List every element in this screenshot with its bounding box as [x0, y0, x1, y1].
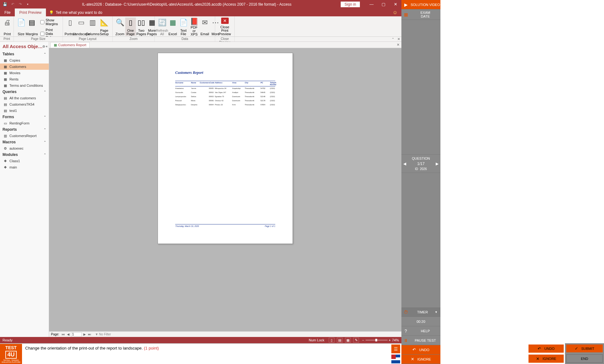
zoom-out-icon[interactable]: −: [362, 338, 364, 342]
columns-icon: ▥: [88, 18, 98, 28]
submit-button[interactable]: ✓SUBMIT: [566, 345, 603, 352]
nav-item[interactable]: ▤CustomersTK54: [0, 101, 49, 108]
zoom-value[interactable]: 74%: [392, 338, 399, 342]
report-title: Customers Report: [175, 70, 275, 75]
columns-button[interactable]: ▥Columns: [87, 18, 98, 36]
nav-item[interactable]: ▥CustomersReport: [0, 133, 49, 139]
zoom-control[interactable]: − + 74%: [362, 338, 399, 342]
chevron-up-icon: ⌃: [44, 141, 46, 144]
ribbon: 🖨Print 📄Size ▤Margins Show Margins Print…: [0, 16, 401, 37]
nav-item[interactable]: ❖Class1: [0, 158, 49, 164]
test4u-logo: TEST 4U TESTING · TRAININGEVALUATION PLA…: [0, 344, 22, 364]
view-print-button[interactable]: ▤: [337, 338, 343, 343]
prev-question-button[interactable]: ◀: [403, 162, 406, 166]
nav-item[interactable]: ▭RentingForm: [0, 120, 49, 126]
nav-group-modules[interactable]: Modules⌃: [0, 152, 49, 158]
feedback-smiley-icon[interactable]: ☺: [393, 10, 398, 15]
nav-item[interactable]: ⚙autoexec: [0, 145, 49, 152]
nav-group-tables[interactable]: Tables⌃: [0, 51, 49, 57]
pause-test-button[interactable]: ⏸ PAUSE TEST: [401, 336, 440, 345]
query-icon: ▤: [3, 96, 8, 100]
page-number-input[interactable]: [71, 332, 82, 337]
last-page-button[interactable]: ⏭: [87, 333, 92, 336]
view-design-button[interactable]: ✎: [353, 338, 359, 343]
ignore-button[interactable]: ✕IGNORE: [528, 355, 564, 363]
undo-arrow-icon: ↶: [412, 347, 416, 352]
numlock-indicator: Num Lock: [309, 338, 325, 342]
signin-button[interactable]: Sign in: [341, 2, 360, 7]
nav-pane-header[interactable]: All Access Obje… ⊙«: [0, 42, 49, 51]
next-page-button[interactable]: ▶: [82, 333, 87, 336]
tab-print-preview[interactable]: Print Preview: [15, 8, 46, 16]
module-icon: ❖: [3, 159, 8, 163]
nav-search-icon[interactable]: ⊙: [42, 45, 45, 48]
undo-button[interactable]: ↶UNDO: [528, 345, 564, 353]
solution-video-button[interactable]: ▶ SOLUTION VIDEO: [401, 0, 440, 9]
nav-group-forms[interactable]: Forms⌃: [0, 114, 49, 120]
qat-dropdown-icon[interactable]: ▾: [25, 2, 30, 7]
zoom-button[interactable]: 🔍Zoom: [115, 18, 125, 36]
nav-item[interactable]: ▦Rents: [0, 76, 49, 82]
nav-item[interactable]: ▦Movies: [0, 70, 49, 76]
doc-tabs-close-button[interactable]: ✕: [396, 37, 401, 41]
calendar-icon: ▦: [401, 12, 410, 17]
preview-canvas[interactable]: Customers Report Surname Name CustomersC…: [49, 48, 401, 331]
page-setup-icon: 📐: [99, 18, 109, 28]
nav-group-macros[interactable]: Macros⌃: [0, 139, 49, 145]
view-report-button[interactable]: ▯: [329, 338, 334, 343]
nav-group-queries[interactable]: Queries⌃: [0, 89, 49, 95]
nav-item[interactable]: ▦Terms and Conditions: [0, 82, 49, 89]
print-button[interactable]: 🖨Print: [2, 18, 13, 36]
nav-item[interactable]: ▦Customers: [0, 63, 49, 70]
document-tab-close-icon[interactable]: ✕: [397, 43, 400, 47]
undo-side-button[interactable]: ↶UNDO: [401, 345, 440, 354]
nav-group-reports[interactable]: Reports⌃: [0, 126, 49, 133]
close-print-preview-button[interactable]: ✕Close Print Preview: [217, 18, 232, 36]
menu-icon[interactable]: ☰: [391, 345, 400, 353]
page-size-icon: 📄: [16, 18, 26, 28]
query-icon: ▤: [3, 102, 8, 107]
first-page-button[interactable]: ⏮: [61, 333, 65, 336]
margins-button[interactable]: ▤Margins: [26, 18, 37, 36]
question-mark-icon: ?: [401, 328, 410, 334]
nav-item[interactable]: ▤All the customers: [0, 95, 49, 101]
nav-item[interactable]: ❖main: [0, 164, 49, 170]
text-file-button[interactable]: 📄Text File: [178, 18, 189, 36]
tab-file[interactable]: File: [0, 8, 15, 16]
save-icon[interactable]: 💾: [3, 2, 8, 7]
email-button[interactable]: ✉Email: [199, 18, 210, 36]
tell-me-search[interactable]: 💡 Tell me what you want to do: [46, 10, 105, 15]
show-margins-checkbox[interactable]: Show Margins: [39, 18, 59, 26]
excel-button[interactable]: ▦Excel: [167, 18, 178, 36]
next-question-button[interactable]: ▶: [436, 162, 439, 166]
restore-button[interactable]: ▢: [378, 0, 389, 8]
view-layout-button[interactable]: ▦: [345, 338, 351, 343]
one-page-icon: ▯: [126, 18, 136, 28]
nav-collapse-icon[interactable]: «: [46, 45, 48, 48]
page-setup-button[interactable]: 📐Page Setup: [98, 18, 111, 36]
report-data-row: GoutoudisCostas00002Vas.Olgas 147Analips…: [175, 91, 275, 95]
pdf-xps-button[interactable]: 📕PDF or XPS: [189, 18, 199, 36]
help-button[interactable]: ? HELP: [401, 326, 440, 336]
redo-icon[interactable]: ↷: [18, 2, 23, 7]
prev-page-button[interactable]: ◀: [66, 333, 70, 336]
minimize-button[interactable]: —: [366, 0, 378, 8]
ribbon-collapse-button[interactable]: ⌃: [390, 37, 396, 41]
close-button[interactable]: ✕: [389, 0, 401, 8]
zoom-in-icon[interactable]: +: [389, 338, 391, 342]
undo-icon[interactable]: ↶: [10, 2, 15, 7]
refresh-all-button[interactable]: 🔄Refresh All: [157, 18, 167, 36]
end-button[interactable]: END: [566, 354, 603, 363]
two-pages-button[interactable]: ▯▯Two Pages: [136, 18, 147, 36]
zoom-slider[interactable]: [366, 340, 388, 340]
size-button[interactable]: 📄Size: [16, 18, 26, 36]
ignore-side-button[interactable]: ✕IGNORE: [401, 355, 440, 364]
document-tab[interactable]: ▦ Customers Report: [50, 42, 90, 48]
text-file-icon: 📄: [178, 18, 188, 28]
timer-row[interactable]: ⏱ TIMER ▼: [401, 307, 440, 317]
nav-item[interactable]: ▦Copies: [0, 57, 49, 63]
one-page-button[interactable]: ▯One Page: [125, 18, 136, 36]
undo-arrow-icon: ↶: [538, 346, 541, 351]
nav-item[interactable]: ▤test1: [0, 108, 49, 114]
flag-icon[interactable]: [391, 355, 400, 363]
